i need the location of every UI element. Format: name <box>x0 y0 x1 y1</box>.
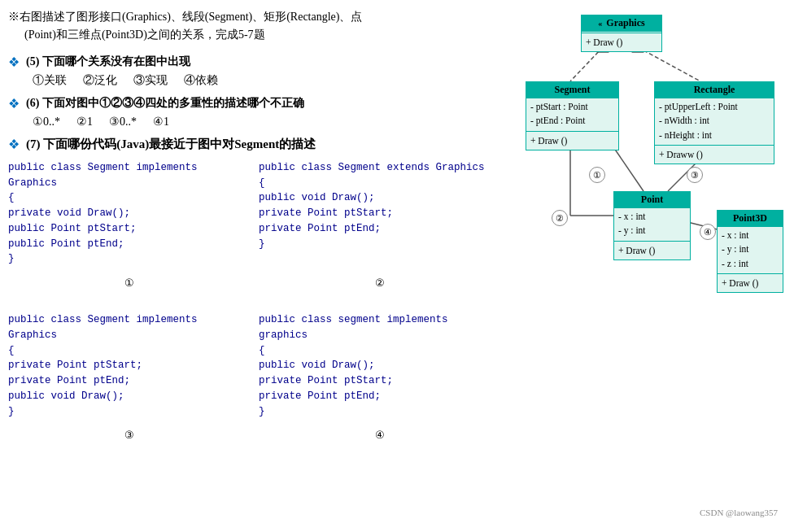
code-section-bottom: public class Segment implements Graphics… <box>8 312 501 419</box>
code-2-line5: } <box>259 237 501 252</box>
right-panel: « Graphics + Draw () Segment - ptStart :… <box>509 8 786 524</box>
code-4-line2: public void Draw(); <box>259 358 501 373</box>
point-attr2: - y : int <box>618 224 686 238</box>
q6-opt2: ②1 <box>76 115 93 129</box>
segment-draw: + Draw () <box>530 134 614 148</box>
point3d-attr2: - y : int <box>722 242 779 256</box>
code-2-line1: { <box>259 176 501 191</box>
code-block-2: public class Segment extends Graphics { … <box>259 160 501 267</box>
point-methods: + Draw () <box>614 242 690 259</box>
q6-opt1: ①0..* <box>33 115 60 129</box>
code-section-top: public class Segment implements Graphics… <box>8 160 501 267</box>
intro-line1: ※右图描述了图形接口(Graphics)、线段(Segment)、矩形(Rect… <box>8 11 362 23</box>
question-7-block: ❖ (7) 下面哪份代码(Java)最接近于图中对Segment的描述 <box>8 137 501 152</box>
code-2-line0: public class Segment extends Graphics <box>259 160 501 176</box>
svg-line-2 <box>638 47 700 81</box>
graphics-methods: + Draw () <box>582 34 661 51</box>
left-panel: ※右图描述了图形接口(Graphics)、线段(Segment)、矩形(Rect… <box>8 8 509 524</box>
code-label-2: ② <box>259 277 501 290</box>
uml-box-segment: Segment - ptStart : Point - ptEnd : Poin… <box>526 81 619 150</box>
q5-opt1: ①关联 <box>33 73 67 88</box>
circle-label-4: ④ <box>700 224 716 240</box>
q6-question: 下面对图中①②③④四处的多重性的描述哪个不正确 <box>42 97 304 109</box>
graphics-title: « Graphics <box>582 15 661 32</box>
point3d-draw: + Draw () <box>722 277 779 290</box>
point3d-attr3: - z : int <box>722 257 779 271</box>
q5-text: (5) 下面哪个关系没有在图中出现 <box>26 55 190 69</box>
segment-attrs: - ptStart : Point - ptEnd : Point <box>526 98 618 130</box>
q5-question: 下面哪个关系没有在图中出现 <box>42 55 190 68</box>
code-4-line5: } <box>259 404 501 420</box>
intro-text: ※右图描述了图形接口(Graphics)、线段(Segment)、矩形(Rect… <box>8 8 501 45</box>
question-6-block: ❖ (6) 下面对图中①②③④四处的多重性的描述哪个不正确 ①0..* ②1 ③… <box>8 96 501 129</box>
code-labels-bottom: ③ ④ <box>8 425 501 451</box>
code-4-line0: public class segment implements graphics <box>259 312 501 343</box>
point3d-title: Point3D <box>718 211 783 227</box>
q6-text: (6) 下面对图中①②③④四处的多重性的描述哪个不正确 <box>26 96 304 111</box>
point-title: Point <box>614 192 690 208</box>
rectangle-name: Rectangle <box>694 84 735 95</box>
uml-box-rectangle: Rectangle - ptUpperLeft : Point - nWidth… <box>654 81 774 164</box>
q5-number: (5) <box>26 55 39 68</box>
code-label-1: ① <box>8 277 251 290</box>
point3d-attrs: - x : int - y : int - z : int <box>718 227 783 273</box>
code-labels-top: ① ② <box>8 273 501 299</box>
code-3-line3: private Point ptEnd; <box>8 373 251 389</box>
code-3-line4: public void Draw(); <box>8 389 251 404</box>
point3d-methods: + Draw () <box>718 275 783 292</box>
intro-line2: (Point)和三维点(Point3D)之间的关系，完成5-7题 <box>24 28 265 41</box>
code-1-line5: } <box>8 251 251 267</box>
segment-name: Segment <box>555 84 591 95</box>
q5-opt2: ②泛化 <box>83 73 117 88</box>
point-attrs: - x : int - y : int <box>614 208 690 240</box>
segment-title: Segment <box>526 82 618 98</box>
uml-box-point: Point - x : int - y : int + Draw () <box>613 191 691 260</box>
q5-bullet: ❖ <box>8 55 20 70</box>
point3d-name: Point3D <box>733 212 767 224</box>
q7-text: (7) 下面哪份代码(Java)最接近于图中对Segment的描述 <box>26 137 316 152</box>
code-4-line4: private Point ptEnd; <box>259 389 501 404</box>
code-4-line3: private Point ptStart; <box>259 373 501 389</box>
q7-question: 下面哪份代码(Java)最接近于图中对Segment的描述 <box>43 137 316 150</box>
q6-number: (6) <box>26 97 39 109</box>
code-2-line3: private Point ptStart; <box>259 206 501 221</box>
code-1-line1: { <box>8 190 251 206</box>
segment-methods: + Draw () <box>526 133 618 150</box>
rectangle-draw: + Draww () <box>659 148 770 162</box>
uml-connectors <box>517 8 786 350</box>
point-attr1: - x : int <box>618 210 686 224</box>
point3d-attr1: - x : int <box>722 229 779 242</box>
rectangle-attrs: - ptUpperLeft : Point - nWidth : int - n… <box>655 98 774 144</box>
code-block-4: public class segment implements graphics… <box>259 312 501 419</box>
uml-diagram: « Graphics + Draw () Segment - ptStart :… <box>517 8 786 350</box>
segment-attr2: - ptEnd : Point <box>530 114 614 128</box>
point-name: Point <box>641 194 663 205</box>
graphics-name: Graphics <box>606 17 644 28</box>
q5-line: ❖ (5) 下面哪个关系没有在图中出现 <box>8 55 501 70</box>
circle-label-3: ③ <box>687 167 703 183</box>
q7-line: ❖ (7) 下面哪份代码(Java)最接近于图中对Segment的描述 <box>8 137 501 152</box>
code-2-line4: private Point ptEnd; <box>259 221 501 237</box>
uml-box-graphics: « Graphics + Draw () <box>581 15 662 52</box>
q5-options: ①关联 ②泛化 ③实现 ④依赖 <box>33 73 501 88</box>
code-label-4: ④ <box>259 429 501 442</box>
code-4-line1: { <box>259 343 501 359</box>
question-5-block: ❖ (5) 下面哪个关系没有在图中出现 ①关联 ②泛化 ③实现 ④依赖 <box>8 55 501 88</box>
code-1-line2: private void Draw(); <box>8 206 251 221</box>
q5-opt3: ③实现 <box>133 73 168 88</box>
graphics-draw: + Draw () <box>586 36 657 50</box>
rectangle-attr1: - ptUpperLeft : Point <box>659 100 770 114</box>
segment-attr1: - ptStart : Point <box>530 100 614 114</box>
q6-opt4: ④1 <box>153 115 169 129</box>
code-block-1: public class Segment implements Graphics… <box>8 160 251 267</box>
rectangle-methods: + Draww () <box>655 146 774 164</box>
footer: CSDN @laowang357 <box>700 508 778 517</box>
rectangle-attr2: - nWidth : int <box>659 114 770 128</box>
code-2-line2: public void Draw(); <box>259 190 501 206</box>
svg-line-0 <box>570 47 603 81</box>
code-3-line2: private Point ptStart; <box>8 358 251 373</box>
circle-label-1: ① <box>589 167 605 183</box>
rectangle-title: Rectangle <box>655 82 774 98</box>
code-block-3: public class Segment implements Graphics… <box>8 312 251 419</box>
q7-number: (7) <box>26 137 41 150</box>
